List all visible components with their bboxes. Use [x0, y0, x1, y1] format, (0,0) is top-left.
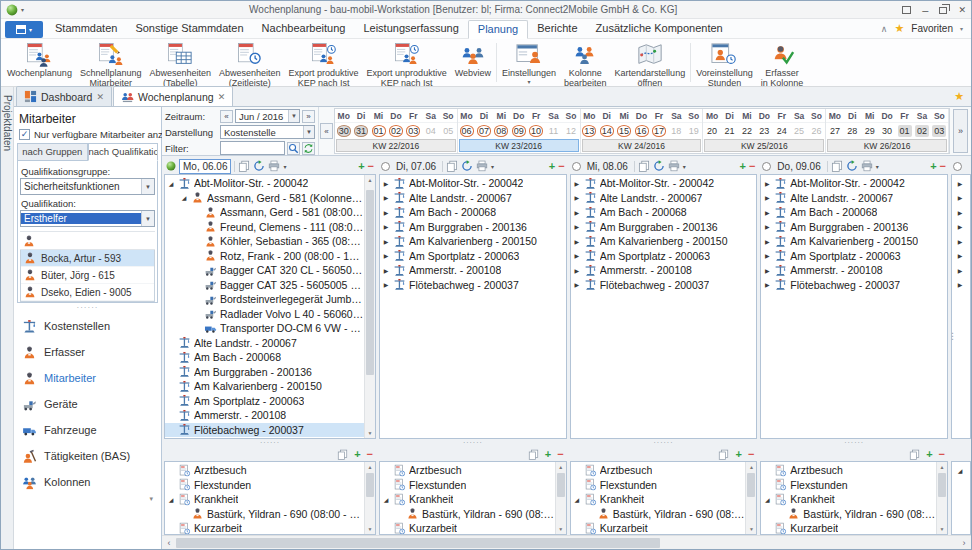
panel-splitter[interactable]: ······ — [17, 303, 158, 313]
expand-closed-icon[interactable]: ▶ — [573, 180, 581, 187]
tree-item[interactable]: ▶Abt-Molitor-Str. - 200042 — [761, 176, 947, 191]
sidebar-item-fahrzeuge[interactable]: Fahrzeuge — [17, 417, 158, 443]
pane-splitter[interactable]: ······ — [570, 439, 758, 448]
week-cell-kw-23-2016[interactable]: KW 23/2016 — [459, 139, 579, 152]
day-radio[interactable] — [381, 162, 390, 171]
restore-button[interactable] — [939, 7, 947, 14]
tree-item[interactable]: Kurzarbeit — [165, 521, 364, 534]
tree-item[interactable]: ▶Am Kalvarienberg - 200150 — [571, 234, 757, 249]
import-icon[interactable] — [253, 160, 265, 172]
remove-icon[interactable]: − — [748, 449, 754, 460]
scroll-down-icon[interactable]: ▼ — [937, 524, 947, 534]
expand-closed-icon[interactable]: ▶ — [956, 209, 964, 216]
scrollbar-thumb[interactable] — [747, 473, 755, 497]
tree-item[interactable]: Bastürk, Yildran - 690 (08:00 - 17:00) — [761, 507, 936, 522]
tree-item[interactable]: Arztbesuch — [571, 463, 746, 478]
expand-open-icon[interactable]: ◢ — [956, 467, 964, 474]
tree-item[interactable]: Arztbesuch — [761, 463, 936, 478]
combo-qualifikationsgruppe[interactable]: Sicherheitsfunktionen▼ — [20, 178, 155, 195]
menu-item-zus-tzliche-komponenten[interactable]: Zusätzliche Komponenten — [587, 20, 732, 39]
vertical-scrollbar[interactable]: ▲▼ — [364, 175, 375, 438]
tree-item[interactable]: ◢Assmann, Gerd - 581 (Kolonne:08:00-17:0… — [165, 191, 364, 206]
remove-icon[interactable]: − — [367, 449, 373, 460]
filter-tab-nach-qualifikation[interactable]: nach Qualifikation — [88, 143, 159, 161]
day-cell[interactable]: 17 — [650, 123, 667, 139]
tree-item[interactable]: ▶ — [952, 191, 970, 206]
side-tab-projektdaten[interactable]: Projektdaten — [1, 87, 14, 549]
tree-item[interactable]: ▶Am Bach - 200068 — [380, 205, 566, 220]
vertical-scrollbar[interactable]: ▲▼ — [745, 462, 756, 534]
scrollbar-thumb[interactable] — [938, 473, 946, 497]
tree-item[interactable]: ▶Alte Landstr. - 200067 — [761, 191, 947, 206]
expand-open-icon[interactable]: ◢ — [167, 496, 175, 503]
scrollbar-thumb[interactable] — [366, 190, 374, 375]
tree-item[interactable]: ◢Krankheit — [380, 492, 555, 507]
import-icon[interactable] — [846, 160, 858, 172]
ribbon-button-kartendarstellung[interactable]: Kartendarstellungöffnen — [611, 40, 690, 85]
tree-item[interactable]: ▶ — [952, 220, 970, 235]
expand-open-icon[interactable]: ◢ — [573, 496, 581, 503]
tree-item[interactable]: ▶Alte Landstr. - 200067 — [571, 191, 757, 206]
expand-open-icon[interactable]: ◢ — [167, 180, 175, 187]
tree-item[interactable]: Arztbesuch — [380, 463, 555, 478]
expand-closed-icon[interactable]: ▶ — [763, 209, 771, 216]
tree-item[interactable]: Bagger CAT 320 CL - 5605009 (08:00 - 17:… — [165, 263, 364, 278]
day-cell[interactable]: 27 — [826, 123, 843, 139]
zeitraum-combo[interactable]: Jun / 2016 ▼ — [235, 109, 300, 123]
menu-item-planung[interactable]: Planung — [468, 20, 528, 39]
menu-item-stammdaten[interactable]: Stammdaten — [46, 20, 126, 39]
print-icon[interactable] — [476, 160, 488, 172]
pane-splitter[interactable]: ······ — [760, 439, 948, 448]
tree-item[interactable]: Bastürk, Yildran - 690 (08:00 - 17:00) — [380, 507, 555, 522]
scrollbar-track[interactable] — [365, 472, 375, 524]
tree-item[interactable]: ▶ — [952, 234, 970, 249]
copy-icon[interactable] — [446, 160, 458, 172]
scroll-down-icon[interactable]: ▼ — [365, 428, 375, 438]
day-cell[interactable]: 13 — [581, 123, 598, 139]
week-cell-kw-24-2016[interactable]: KW 24/2016 — [582, 139, 702, 152]
favorite-view-star-icon[interactable]: ★ — [954, 90, 964, 103]
add-icon[interactable]: + — [735, 449, 741, 460]
add-icon[interactable]: + — [358, 161, 364, 172]
day-cell[interactable]: 16 — [633, 123, 650, 139]
scroll-down-icon[interactable]: ▼ — [556, 524, 566, 534]
tree-item[interactable]: ▶Alte Landstr. - 200067 — [380, 191, 566, 206]
pane-splitter[interactable] — [951, 439, 971, 448]
scroll-down-icon[interactable]: ▼ — [746, 524, 756, 534]
tree-item[interactable]: ▶Flötebachweg - 200037 — [571, 278, 757, 293]
day-cell[interactable]: 11 — [545, 123, 562, 139]
vertical-scrollbar[interactable]: ▲▼ — [364, 462, 375, 534]
print-icon[interactable] — [668, 160, 680, 172]
ribbon-button-webview[interactable]: Webview — [451, 40, 495, 85]
expand-closed-icon[interactable]: ▶ — [382, 223, 390, 230]
print-caret-icon[interactable]: ▾ — [283, 163, 286, 170]
ribbon-button-schnellplanung[interactable]: SchnellplanungMitarbeiter — [76, 40, 146, 85]
add-icon[interactable]: + — [354, 449, 360, 460]
copy-icon[interactable] — [718, 449, 729, 460]
tab-close-icon[interactable]: ✕ — [218, 92, 226, 102]
minimize-button[interactable]: – — [922, 5, 928, 15]
day-cell[interactable]: 15 — [615, 123, 632, 139]
ribbon-button-abwesenheiten[interactable]: Abwesenheiten(Tabelle) — [145, 40, 215, 85]
expand-closed-icon[interactable]: ▶ — [956, 252, 964, 259]
day-cell[interactable]: 26 — [808, 123, 825, 139]
combo-qualifikation[interactable]: Ersthelfer▼ — [20, 210, 155, 227]
copy-icon[interactable] — [638, 160, 650, 172]
tab-dashboard[interactable]: Dashboard✕ — [16, 86, 112, 106]
tree-item[interactable]: Rotz, Frank - 200 (08:00 - 17:00) — [165, 249, 364, 264]
tree-item[interactable]: ▶Am Bach - 200068 — [571, 205, 757, 220]
tree-item[interactable]: ◢Krankheit — [571, 492, 746, 507]
remove-icon[interactable]: − — [939, 449, 945, 460]
copy-icon[interactable] — [909, 449, 920, 460]
expand-closed-icon[interactable]: ▶ — [956, 180, 964, 187]
day-cell[interactable]: 01 — [896, 123, 913, 139]
scroll-left-icon[interactable]: ‹ — [162, 538, 176, 548]
expand-closed-icon[interactable]: ▶ — [573, 209, 581, 216]
add-icon[interactable]: + — [739, 161, 745, 172]
expand-closed-icon[interactable]: ▶ — [382, 238, 390, 245]
day-cell[interactable]: 12 — [562, 123, 579, 139]
expand-open-icon[interactable]: ◢ — [382, 496, 390, 503]
tree-item[interactable]: Alte Landstr. - 200067 — [165, 336, 364, 351]
tree-item[interactable]: ◢ — [952, 463, 970, 478]
scroll-down-icon[interactable]: ▼ — [365, 524, 375, 534]
